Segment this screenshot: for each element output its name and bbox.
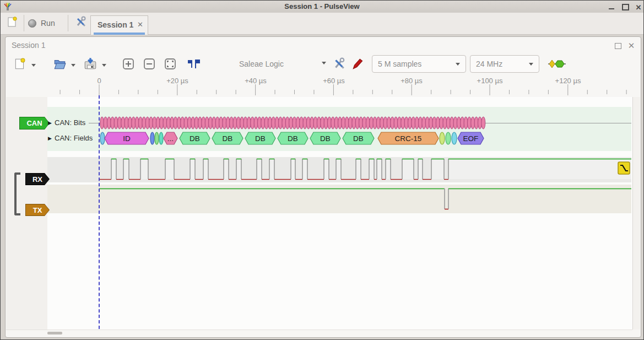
run-label: Run [41, 19, 55, 28]
device-select[interactable]: Saleae Logic [239, 57, 326, 71]
maximize-icon [622, 4, 629, 10]
zoom-in-icon [122, 57, 135, 71]
chevron-down-icon [71, 64, 75, 69]
ruler-label: +120 µs [555, 77, 581, 85]
channel-tag-label: RX [26, 174, 49, 185]
sample-count-select[interactable]: 5 M samples [372, 55, 466, 73]
close-icon: ✕ [628, 41, 635, 51]
new-file-button[interactable] [13, 57, 27, 71]
decoder-tag-can[interactable]: CAN [19, 117, 50, 129]
settings-button[interactable] [74, 15, 88, 29]
vertical-scrollbar[interactable] [632, 97, 640, 330]
chevron-down-icon [322, 62, 326, 67]
maximize-button[interactable] [620, 3, 630, 11]
channels-button[interactable] [351, 57, 365, 71]
titlebar[interactable]: Session 1 - PulseView ✕ [1, 1, 643, 13]
horizontal-scrollbar-thumb[interactable] [47, 332, 62, 334]
device-config-button[interactable] [332, 57, 347, 71]
decoder-row-label-bits: CAN: Bits [55, 118, 85, 127]
zoom-fit-icon [164, 57, 177, 71]
tab-label: Session 1 [98, 20, 133, 29]
trigger-markers-button[interactable] [186, 57, 202, 71]
run-button[interactable]: Run [28, 15, 63, 31]
subwindow-close-button[interactable]: ✕ [626, 41, 636, 50]
restore-icon [615, 43, 621, 49]
chevron-down-icon [102, 64, 106, 69]
channel-group-bracket [14, 172, 20, 215]
ruler-label: +20 µs [166, 77, 188, 85]
settings-icon [75, 16, 87, 28]
channel-tag-label: TX [26, 204, 49, 215]
sample-count-value: 5 M samples [378, 60, 421, 68]
decoder-row-label-fields: CAN: Fields [55, 134, 93, 142]
run-state-icon [28, 19, 36, 28]
new-file-icon [13, 57, 26, 71]
sample-rate-value: 24 MHz [476, 60, 502, 68]
ruler[interactable]: 0+20 µs+40 µs+60 µs+80 µs+100 µs+120 µs [1, 77, 643, 85]
session-title: Session 1 [12, 41, 45, 50]
zoom-in-button[interactable] [121, 57, 136, 71]
save-icon [83, 57, 98, 71]
open-dropdown[interactable] [71, 61, 78, 68]
chevron-down-icon [31, 64, 36, 69]
subwindow-restore-button[interactable] [613, 41, 623, 50]
ruler-label: +80 µs [401, 77, 423, 85]
ruler-label: +100 µs [477, 77, 503, 85]
open-folder-icon [52, 57, 67, 71]
trace-view[interactable] [6, 97, 632, 330]
close-icon: ✕ [636, 3, 642, 12]
decoder-icon [548, 59, 566, 69]
toolbar-separator [68, 15, 68, 31]
chevron-down-icon [456, 63, 460, 68]
expander-icon[interactable]: ▶ [48, 136, 52, 141]
channel-tag-tx[interactable]: TX [25, 204, 50, 216]
save-dropdown[interactable] [102, 61, 109, 68]
pulseview-window: Session 1 - PulseView ✕ Run [0, 0, 644, 340]
ruler-label: +60 µs [323, 77, 345, 85]
ruler-label: +40 µs [245, 77, 267, 85]
new-session-icon [6, 16, 18, 28]
channel-tag-rx[interactable]: RX [25, 173, 50, 185]
zoom-out-icon [143, 57, 156, 71]
zoom-out-button[interactable] [142, 57, 156, 71]
toolbar-separator [24, 15, 24, 31]
chevron-down-icon [529, 63, 533, 68]
tools-icon [333, 57, 346, 71]
new-file-dropdown[interactable] [31, 61, 38, 68]
sample-rate-select[interactable]: 24 MHz [470, 55, 539, 73]
add-decoder-button[interactable] [548, 59, 566, 71]
time-zero-cursor[interactable] [99, 95, 100, 329]
save-button[interactable] [83, 57, 98, 71]
minimize-icon [609, 8, 614, 9]
tab-close-icon[interactable]: ✕ [137, 20, 143, 29]
tab-active-underline [94, 33, 145, 35]
horizontal-scrollbar-track [6, 330, 632, 337]
expander-icon[interactable]: ▶ [48, 120, 52, 126]
ruler-label: 0 [97, 77, 101, 85]
main-toolbar: Run Session 1 ✕ [1, 13, 643, 35]
minimize-button[interactable] [607, 3, 616, 11]
decoder-tag-label: CAN [20, 117, 49, 129]
trigger-flags-icon [186, 57, 202, 71]
close-button[interactable]: ✕ [634, 3, 643, 11]
open-button[interactable] [52, 57, 67, 71]
window-title: Session 1 - PulseView [1, 2, 643, 10]
new-session-button[interactable] [5, 15, 19, 29]
tab-session-1[interactable]: Session 1 ✕ [90, 15, 148, 35]
zoom-fit-button[interactable] [163, 57, 177, 71]
probe-icon [351, 57, 365, 71]
device-select-value: Saleae Logic [239, 60, 284, 68]
